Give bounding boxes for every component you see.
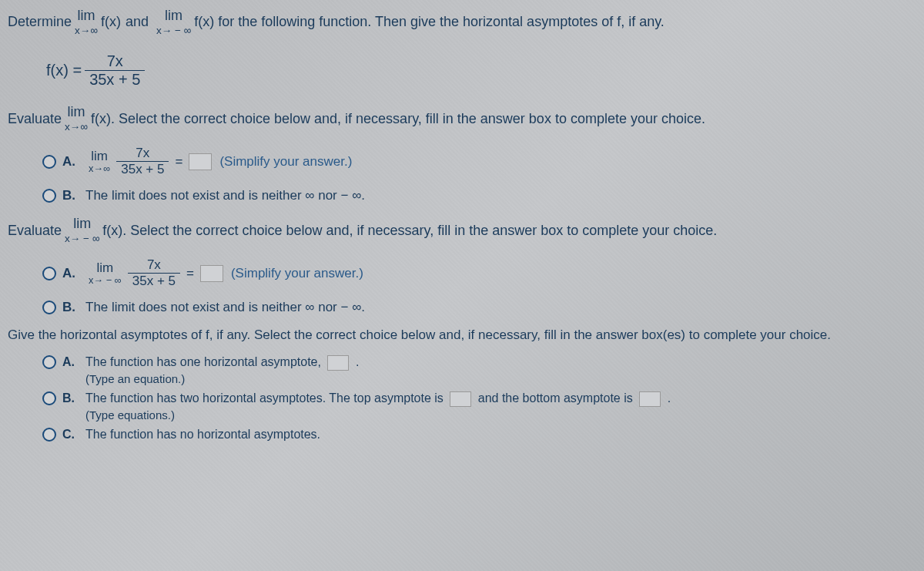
choice-1b[interactable]: B. The limit does not exist and is neith… xyxy=(42,188,916,203)
choice-2a-hint: (Simplify your answer.) xyxy=(231,266,363,281)
choice-2a-fraction: 7x 35x + 5 xyxy=(128,257,180,289)
asymptote-choice-a[interactable]: A. The function has one horizontal asymp… xyxy=(42,355,916,385)
intro-text-2: f(x) for the following function. Then gi… xyxy=(194,12,665,32)
eval2-text1: Evaluate xyxy=(8,221,62,240)
eval2-text2: f(x). Select the correct choice below an… xyxy=(102,221,717,240)
answer-input-1a[interactable] xyxy=(189,153,212,170)
choice-1a[interactable]: A. lim x→∞ 7x 35x + 5 = (Simplify your a… xyxy=(42,146,916,177)
asymptote-choice-b[interactable]: B. The function has two horizontal asymp… xyxy=(42,391,916,422)
answer-input-2a[interactable] xyxy=(200,265,223,282)
radio-icon[interactable] xyxy=(42,155,56,169)
question-intro: Determine lim x→∞ f(x) and lim x→ − ∞ f(… xyxy=(8,6,916,39)
radio-icon[interactable] xyxy=(42,189,56,203)
answer-input-asymptote-b1[interactable] xyxy=(450,391,471,407)
choice-group-1: A. lim x→∞ 7x 35x + 5 = (Simplify your a… xyxy=(42,146,916,203)
choice-group-2: A. lim x→ − ∞ 7x 35x + 5 = (Simplify you… xyxy=(42,257,916,315)
eval1-text1: Evaluate xyxy=(8,109,62,129)
evaluate-1-prompt: Evaluate lim x→∞ f(x). Select the correc… xyxy=(8,102,916,135)
radio-icon[interactable] xyxy=(42,267,56,280)
eval2-limit: lim x→ − ∞ xyxy=(65,214,99,247)
asymptote-a-sub: (Type an equation.) xyxy=(85,372,916,385)
function-lhs: f(x) = xyxy=(46,62,82,79)
asymptote-b-text2: and the bottom asymptote is xyxy=(478,391,633,405)
asymptote-c-label: C. xyxy=(62,428,78,442)
choice-2a-label: A. xyxy=(62,266,78,281)
function-definition: f(x) = 7x 35x + 5 xyxy=(46,52,916,89)
choice-1b-label: B. xyxy=(62,188,78,203)
asymptote-b-label: B. xyxy=(62,391,78,405)
answer-input-asymptote-a[interactable] xyxy=(327,355,349,371)
asymptote-b-sub: (Type equations.) xyxy=(85,408,916,422)
answer-input-asymptote-b2[interactable] xyxy=(639,391,661,407)
eval1-text2: f(x). Select the correct choice below an… xyxy=(91,109,705,129)
intro-func-1: f(x) xyxy=(101,12,121,32)
asymptote-choices: A. The function has one horizontal asymp… xyxy=(42,355,916,442)
choice-2a-content: lim x→ − ∞ 7x 35x + 5 = (Simplify your a… xyxy=(85,257,363,289)
choice-1a-label: A. xyxy=(62,154,78,170)
choice-1a-content: lim x→∞ 7x 35x + 5 = (Simplify your answ… xyxy=(85,146,352,177)
intro-and: and xyxy=(126,12,149,32)
asymptote-a-label: A. xyxy=(62,355,78,369)
choice-2a[interactable]: A. lim x→ − ∞ 7x 35x + 5 = (Simplify you… xyxy=(42,257,916,289)
radio-icon[interactable] xyxy=(42,355,56,369)
choice-1b-text: The limit does not exist and is neither … xyxy=(85,188,365,203)
choice-2a-limit: lim x→ − ∞ xyxy=(89,260,122,286)
choice-2a-equals: = xyxy=(186,266,194,281)
intro-text-1: Determine xyxy=(8,12,72,32)
asymptote-b-text1: The function has two horizontal asymptot… xyxy=(85,391,444,405)
limit-expr-1: lim x→∞ xyxy=(75,6,98,39)
choice-2b[interactable]: B. The limit does not exist and is neith… xyxy=(42,300,916,315)
asymptote-a-text: The function has one horizontal asymptot… xyxy=(85,355,321,368)
choice-1a-equals: = xyxy=(175,154,182,170)
radio-icon[interactable] xyxy=(42,301,56,314)
choice-2b-label: B. xyxy=(62,300,78,315)
choice-1a-hint: (Simplify your answer.) xyxy=(219,154,352,170)
choice-2b-text: The limit does not exist and is neither … xyxy=(85,300,365,315)
evaluate-2-prompt: Evaluate lim x→ − ∞ f(x). Select the cor… xyxy=(8,214,916,247)
radio-icon[interactable] xyxy=(42,391,56,405)
eval1-limit: lim x→∞ xyxy=(65,102,88,135)
asymptote-choice-c[interactable]: C. The function has no horizontal asympt… xyxy=(42,428,916,442)
limit-expr-2: lim x→ − ∞ xyxy=(156,6,191,39)
choice-1a-fraction: 7x 35x + 5 xyxy=(116,146,169,177)
radio-icon[interactable] xyxy=(42,428,56,442)
function-fraction: 7x 35x + 5 xyxy=(85,52,145,89)
asymptote-c-text: The function has no horizontal asymptote… xyxy=(85,428,320,442)
choice-1a-limit: lim x→∞ xyxy=(89,149,110,174)
asymptote-question: Give the horizontal asymptotes of f, if … xyxy=(8,326,916,344)
